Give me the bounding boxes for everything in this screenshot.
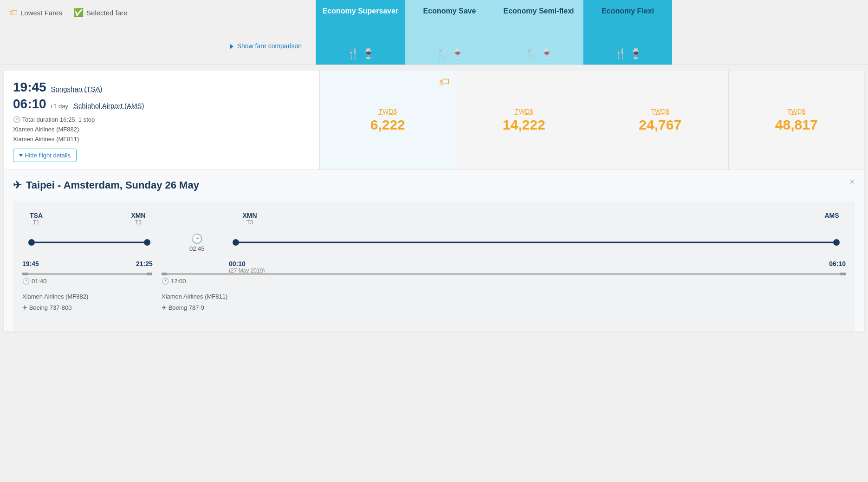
dot-ams bbox=[833, 239, 840, 246]
flight-top: 19:45 Songshan (TSA) 06:10 +1 day Schiph… bbox=[4, 71, 864, 169]
clock-icon-seg1: 🕐 bbox=[22, 278, 30, 285]
time-depart-tsa: 19:45 bbox=[22, 260, 39, 267]
airport-tsa-label: TSA T1 bbox=[22, 212, 50, 226]
flight-duration: 🕐 Total duration 16:25, 1 stop bbox=[13, 115, 310, 125]
flight-departure-row: 19:45 Songshan (TSA) bbox=[13, 80, 310, 95]
wine-icon-flexi: 🍷 bbox=[629, 48, 642, 60]
lowest-fares-label: 🏷 Lowest Fares bbox=[9, 8, 62, 18]
stopover-clock-container: 🕑 02:45 bbox=[189, 233, 205, 252]
xmn2-code: XMN bbox=[236, 212, 264, 219]
duration-seg2: 🕐 12:00 bbox=[162, 273, 846, 285]
fare-col-semiflexi-title: Economy Semi-flexi bbox=[503, 7, 574, 15]
fare-col-save-title: Economy Save bbox=[423, 7, 476, 15]
selected-fare-label: ✅ Selected fare bbox=[73, 7, 127, 18]
dot-tsa bbox=[28, 239, 35, 246]
dot-xmn2 bbox=[233, 239, 239, 246]
clock-icon: 🕐 bbox=[13, 116, 20, 123]
price-cell-1[interactable]: TWD$ 14,222 bbox=[456, 71, 592, 169]
fare-col-flexi-icons: 🍴 🍷 bbox=[614, 48, 642, 60]
airport-labels-row: TSA T1 XMN T3 XMN T3 AMS bbox=[22, 212, 846, 214]
ams-code: AMS bbox=[818, 212, 846, 219]
duration-bars: 🕐 01:40 🕐 12:00 bbox=[22, 273, 846, 285]
close-details-button[interactable]: × bbox=[849, 176, 855, 187]
price-amount-2: 24,767 bbox=[639, 117, 681, 133]
aircraft-seg1: ✈ Boeing 737-800 bbox=[22, 302, 152, 313]
header-left: 🏷 Lowest Fares ✅ Selected fare Show fare… bbox=[0, 0, 316, 65]
price-amount-1: 14,222 bbox=[503, 117, 545, 133]
fare-col-supersaver-icons: 🍴 🍷 bbox=[347, 48, 375, 60]
arrow-right-icon bbox=[230, 44, 233, 49]
stopover-clock-icon: 🕑 bbox=[189, 233, 205, 244]
duration-seg2-label: 🕐 12:00 bbox=[162, 278, 846, 285]
time-depart-xmn2-container: 00:10 (27 May 2019) bbox=[229, 260, 265, 274]
close-icon: × bbox=[849, 176, 855, 187]
selected-fare-text: Selected fare bbox=[86, 9, 127, 17]
segment2-line bbox=[236, 242, 836, 243]
plane-icon-seg2: ✈ bbox=[162, 304, 167, 311]
fare-col-save[interactable]: Economy Save 🍴 🍷 bbox=[405, 0, 494, 65]
time-depart-xmn2: 00:10 bbox=[229, 260, 265, 267]
show-fare-comparison-container: Show fare comparison bbox=[9, 42, 306, 57]
arrival-airport: Schiphol Airport (AMS) bbox=[74, 102, 144, 110]
duration-seg1: 🕐 01:40 bbox=[22, 273, 152, 285]
flight-card: 19:45 Songshan (TSA) 06:10 +1 day Schiph… bbox=[4, 71, 864, 332]
dot-xmn1 bbox=[144, 239, 150, 246]
price-amount-0: 6,222 bbox=[370, 117, 405, 133]
segment1-line bbox=[32, 242, 148, 243]
departure-airport: Songshan (TSA) bbox=[51, 85, 103, 93]
duration-text: Total duration 16:25, 1 stop bbox=[22, 116, 95, 123]
route-diagram: TSA T1 XMN T3 XMN T3 AMS bbox=[13, 201, 855, 332]
price-tag-icon-0: 🏷 bbox=[439, 76, 449, 88]
wine-icon-semiflexi: 🍷 bbox=[540, 48, 553, 60]
fare-col-semiflexi[interactable]: Economy Semi-flexi 🍴 🍷 bbox=[494, 0, 583, 65]
fare-col-semiflexi-icons: 🍴 🍷 bbox=[525, 48, 553, 60]
airport-xmn1-label: XMN T3 bbox=[124, 212, 152, 226]
duration-seg1-label: 🕐 01:40 bbox=[22, 278, 152, 285]
show-fare-comparison-link[interactable]: Show fare comparison bbox=[230, 42, 302, 50]
price-currency-0: TWD$ bbox=[378, 108, 397, 115]
header-bar: 🏷 Lowest Fares ✅ Selected fare Show fare… bbox=[0, 0, 868, 65]
departure-time: 19:45 bbox=[13, 80, 46, 94]
meal-icon-semiflexi: 🍴 bbox=[525, 48, 538, 60]
aircraft-seg2-text: Boeing 787-9 bbox=[168, 304, 204, 311]
price-currency-1: TWD$ bbox=[515, 108, 533, 115]
flight-meta: 🕐 Total duration 16:25, 1 stop Xiamen Ai… bbox=[13, 115, 310, 144]
show-fare-link-text: Show fare comparison bbox=[237, 42, 302, 50]
plane-icon-seg1: ✈ bbox=[22, 304, 27, 311]
price-currency-2: TWD$ bbox=[651, 108, 669, 115]
aircraft-seg2: ✈ Boeing 787-9 bbox=[162, 302, 846, 313]
wine-icon-supersaver: 🍷 bbox=[362, 48, 375, 60]
detail-title: ✈ Taipei - Amsterdam, Sunday 26 May bbox=[13, 179, 855, 191]
price-cell-3[interactable]: TWD$ 48,817 bbox=[728, 71, 865, 169]
meal-icon-save: 🍴 bbox=[436, 48, 448, 60]
fare-col-save-icons: 🍴 🍷 bbox=[436, 48, 464, 60]
xmn1-terminal: T3 bbox=[124, 219, 152, 226]
fare-col-supersaver-title: Economy Supersaver bbox=[323, 7, 399, 15]
timeline-visual: 🕑 02:45 bbox=[22, 228, 846, 256]
aircraft-seg1-text: Boeing 737-800 bbox=[29, 304, 72, 311]
time-arrive-ams: 06:10 bbox=[829, 260, 846, 267]
fare-col-supersaver[interactable]: Economy Supersaver 🍴 🍷 bbox=[316, 0, 405, 65]
lowest-fares-text: Lowest Fares bbox=[20, 9, 62, 17]
price-cell-2[interactable]: TWD$ 24,767 bbox=[592, 71, 728, 169]
airline-details-seg2: Xiamen Airlines (MF811) ✈ Boeing 787-9 bbox=[162, 291, 846, 313]
airline-seg1-name: Xiamen Airlines (MF882) bbox=[22, 291, 152, 302]
time-arrive-xmn: 21:25 bbox=[136, 260, 153, 267]
fare-col-flexi[interactable]: Economy Flexi 🍴 🍷 bbox=[583, 0, 672, 65]
flight-arrival-row: 06:10 +1 day Schiphol Airport (AMS) bbox=[13, 97, 310, 111]
flight-info: 19:45 Songshan (TSA) 06:10 +1 day Schiph… bbox=[4, 71, 319, 169]
stopover-time: 02:45 bbox=[189, 245, 205, 252]
airline-details-row: Xiamen Airlines (MF882) ✈ Boeing 737-800… bbox=[22, 291, 846, 322]
xmn2-terminal: T3 bbox=[236, 219, 264, 226]
hide-details-button[interactable]: Hide flight details bbox=[13, 149, 77, 162]
price-currency-3: TWD$ bbox=[787, 108, 806, 115]
fare-labels: 🏷 Lowest Fares ✅ Selected fare bbox=[9, 7, 306, 18]
hide-details-label: Hide flight details bbox=[25, 152, 71, 159]
airline-details-seg1: Xiamen Airlines (MF882) ✈ Boeing 737-800 bbox=[22, 291, 152, 313]
xmn1-code: XMN bbox=[124, 212, 152, 219]
airline2-text: Xiamen Airlines (MF811) bbox=[13, 135, 310, 144]
meal-icon-flexi: 🍴 bbox=[614, 48, 627, 60]
price-cell-0[interactable]: 🏷 TWD$ 6,222 bbox=[319, 71, 456, 169]
arrival-time: 06:10 bbox=[13, 97, 46, 111]
duration-seg2-text: 12:00 bbox=[171, 278, 186, 285]
